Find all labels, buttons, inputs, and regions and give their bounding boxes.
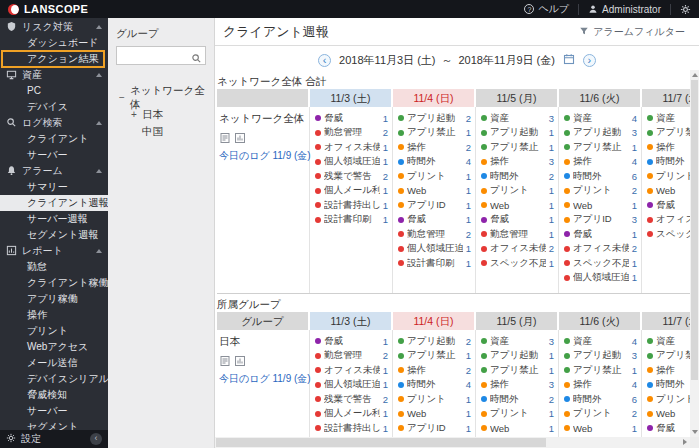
alarm-count: 3 [632,214,637,225]
alarm-label: 操作 [490,378,546,391]
sidebar-item-devices[interactable]: デバイス [0,99,108,115]
sidebar-item-settings[interactable]: 設定 ‹ [0,430,108,448]
alarm-count: 3 [549,156,554,167]
alarm-dot-icon [481,425,487,431]
chevron-up-icon [96,121,102,125]
today-log-link[interactable]: 今日のログ 11/9 (金) [219,149,311,163]
horizontal-scrollbar[interactable] [215,437,690,448]
alarm-count: 4 [466,379,471,390]
table-title: ネットワーク全体 合計 [217,74,699,88]
alarm-count: 1 [632,365,637,376]
sidebar-item-client-operation[interactable]: クライアント稼働 [0,275,108,291]
sidebar-item-device-serial[interactable]: デバイスシリアル [0,371,108,387]
alarm-dot-icon [481,130,487,136]
alarm-count: 2 [466,229,471,240]
alarm-count: 1 [383,214,388,225]
alarm-dot-icon [481,338,487,344]
alarm-dot-icon [647,231,653,237]
alarm-dot-icon [315,173,321,179]
alarm-count: 3 [549,336,554,347]
next-week-button[interactable]: › [583,54,596,67]
sidebar-section-risk[interactable]: リスク対策 [0,19,108,35]
sidebar-item-dashboard[interactable]: ダッシュボード [0,35,108,51]
alarm-dot-icon [564,396,570,402]
help-button[interactable]: ? ヘルプ [524,2,569,16]
alarm-label: オフィス未使用 [573,242,629,255]
alarm-count: 3 [549,379,554,390]
horizontal-scroll-thumb[interactable] [216,438,546,447]
tree-node-network-all[interactable]: −ネットワーク全体 [116,89,206,106]
sidebar-item-label: 勤怠 [27,261,47,272]
alarm-entry: アプリID3 [564,213,637,228]
alarm-count: 2 [466,142,471,153]
alarm-label: 脅威 [324,335,380,348]
alarm-entry: 個人領域圧迫1 [398,242,471,257]
topbar-settings-button[interactable] [680,4,691,15]
alarm-label: オフィス未使用 [490,242,546,255]
alarm-dot-icon [647,411,653,417]
prev-week-button[interactable]: ‹ [318,54,331,67]
collapse-sidebar-button[interactable]: ‹ [90,433,102,445]
sidebar-item-client[interactable]: クライアント [0,131,108,147]
sidebar-section-alarm[interactable]: アラーム [0,163,108,179]
alarm-entry: 個人メール利用1 [315,184,388,199]
alarm-label: 脅威 [490,213,546,226]
sidebar-item-app-operation[interactable]: アプリ稼働 [0,291,108,307]
alarm-filter-button[interactable]: アラームフィルター [579,25,685,39]
sidebar-item-client-weekly[interactable]: クライアント週報 [0,195,108,211]
sidebar-item-summary[interactable]: サマリー [0,179,108,195]
sidebar-item-server[interactable]: サーバー [0,147,108,163]
vertical-scrollbar[interactable] [690,70,699,437]
sidebar-item-threat-detection[interactable]: 脅威検知 [0,387,108,403]
tree-node-china[interactable]: 中国 [116,123,206,140]
alarm-dot-icon [398,382,404,388]
alarm-label: 勤怠管理 [324,349,380,362]
alarm-entry: アプリ起動2 [398,334,471,349]
sidebar-item-pc[interactable]: PC [0,83,108,99]
group-name: ネットワーク全体 [219,112,305,126]
weekly-report-icon[interactable] [219,353,231,365]
alarm-dot-icon [564,231,570,237]
alarm-label: 勤怠管理 [407,228,463,241]
sidebar-item-web-access[interactable]: Webアクセス [0,339,108,355]
sidebar-item-server-report[interactable]: サーバー [0,403,108,419]
topbar-divider [670,4,671,15]
sidebar-section-assets[interactable]: 資産 [0,67,108,83]
alarm-label: 時間外 [490,393,546,406]
date-column-header: 11/6 (火) [559,89,642,107]
sidebar-section-log-search[interactable]: ログ検索 [0,115,108,131]
alarm-dot-icon [315,188,321,194]
sidebar-item-mail-send[interactable]: メール送信 [0,355,108,371]
alarm-entry: 勤怠管理2 [315,126,388,141]
date-column-header: 11/3 (土) [310,89,393,107]
collapse-icon[interactable]: − [118,92,126,103]
sidebar-item-operation[interactable]: 操作 [0,307,108,323]
graph-icon[interactable] [234,353,246,365]
alarm-count: 6 [632,394,637,405]
sidebar: リスク対策ダッシュボードアクション結果資産PCデバイスログ検索クライアントサーバ… [0,18,108,448]
vertical-scroll-thumb[interactable] [691,80,698,380]
sidebar-item-action-results[interactable]: アクション結果 [0,51,108,67]
today-log-link[interactable]: 今日のログ 11/9 (金) [219,372,311,386]
alarm-count: 1 [383,185,388,196]
alarm-dot-icon [315,353,321,359]
graph-icon[interactable] [234,130,246,142]
alarm-entry: Web1 [564,198,637,213]
tree-node-label: 中国 [142,125,163,139]
sidebar-item-attendance[interactable]: 勤怠 [0,259,108,275]
row-icons [219,353,305,365]
sidebar-item-segment-weekly[interactable]: セグメント週報 [0,227,108,243]
expand-icon[interactable]: + [130,109,138,120]
date-column-header: 11/5 (月) [476,312,559,330]
alarm-dot-icon [398,367,404,373]
calendar-icon[interactable] [563,53,575,67]
sidebar-item-print[interactable]: プリント [0,323,108,339]
table-title: 所属グループ [217,297,699,311]
alarm-entry: 時間外2 [481,392,554,407]
weekly-report-icon[interactable] [219,130,231,142]
sidebar-section-report[interactable]: レポート [0,243,108,259]
alarm-entry: Web1 [564,421,637,436]
user-menu[interactable]: Administrator [588,4,661,15]
sidebar-item-server-weekly[interactable]: サーバー週報 [0,211,108,227]
alarm-label: 時間外 [573,393,629,406]
